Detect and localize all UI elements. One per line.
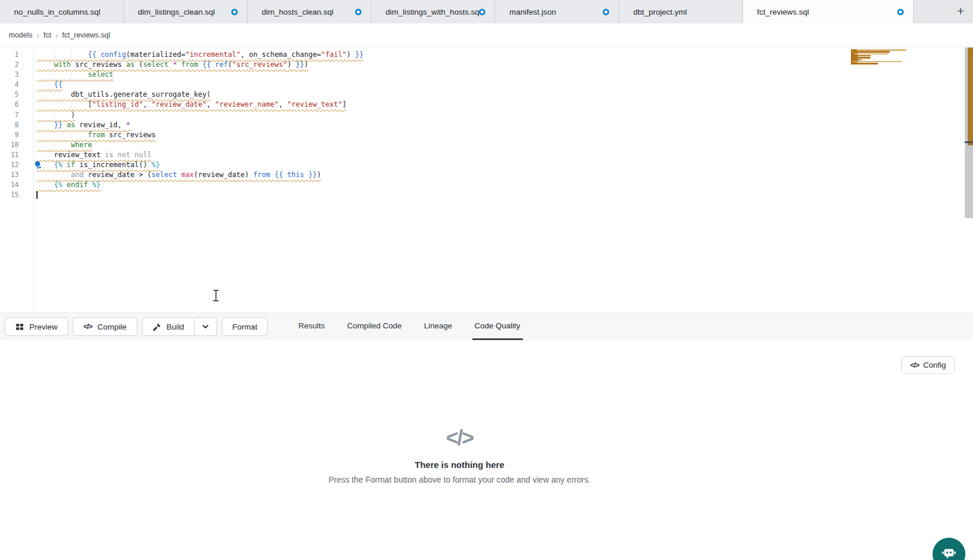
editor-header: models›fct›fct_reviews.sql Save (0, 23, 973, 47)
lightbulb-hint-icon[interactable] (33, 161, 42, 169)
mouse-ibeam-cursor (212, 290, 219, 304)
code-line-5[interactable]: dbt_utils.generate_surrogate_key( (37, 90, 908, 100)
button-label: Compile (97, 323, 127, 331)
compile-button[interactable]: </>Compile (73, 317, 137, 336)
minimap-line (857, 49, 906, 51)
tab-label: no_nulls_in_columns.sql (14, 8, 100, 16)
bottom-toolbar: Preview</>CompileBuildFormat ResultsComp… (0, 313, 973, 340)
line-number: 9 (0, 130, 19, 140)
line-number-gutter: 123456789101112131415 (0, 47, 33, 313)
panel-tab-code-quality[interactable]: Code Quality (472, 313, 523, 340)
code-line-4[interactable]: {{ (37, 80, 908, 90)
line-number: 11 (0, 150, 19, 160)
code-line-15[interactable] (37, 190, 908, 200)
tab-label: dim_listings_clean.sql (138, 8, 215, 16)
code-line-10[interactable]: where (37, 140, 908, 150)
tab-label: manifest.json (509, 8, 556, 16)
code-icon: </> (910, 361, 919, 369)
empty-state: </> There is nothing here Press the Form… (0, 426, 919, 484)
breadcrumb-item[interactable]: models (9, 31, 32, 39)
code-line-13[interactable]: and review_date > (select max(review_dat… (37, 170, 908, 180)
minimap-line (851, 63, 878, 65)
table-icon (15, 323, 24, 331)
code-icon-large: </> (0, 426, 919, 450)
code-line-12[interactable]: {% if is_incremental() %} (37, 160, 908, 170)
code-line-8[interactable]: }} as review_id, * (37, 120, 908, 130)
minimap-line (851, 59, 861, 61)
tab-dim_listings_with_hosts.sql[interactable]: dim_listings_with_hosts.sql (371, 0, 495, 23)
breadcrumb-item[interactable]: fct (43, 31, 51, 39)
scrollbar[interactable] (965, 47, 973, 218)
minimap-line (853, 61, 902, 63)
tab-fct_reviews.sql[interactable]: fct_reviews.sql (743, 0, 914, 23)
panel-tabs: ResultsCompiled CodeLineageCode Quality (296, 313, 522, 340)
empty-state-description: Press the Format button above to format … (0, 475, 919, 484)
robot-icon (940, 544, 958, 560)
minimap-line (851, 55, 871, 57)
code-line-2[interactable]: with src_reviews as (select * from {{ re… (37, 60, 908, 70)
line-number: 10 (0, 140, 19, 150)
line-number: 4 (0, 80, 19, 90)
code-line-9[interactable]: from src_reviews (37, 130, 908, 140)
line-number: 7 (0, 110, 19, 120)
breadcrumb: models›fct›fct_reviews.sql (9, 23, 110, 46)
tab-dbt_project.yml[interactable]: dbt_project.yml (619, 0, 743, 23)
code-line-1[interactable]: {{ config(materialized="incremental", on… (37, 50, 908, 60)
action-buttons: Preview</>CompileBuildFormat (5, 317, 272, 336)
breadcrumb-item[interactable]: fct_reviews.sql (62, 31, 110, 39)
new-tab-button[interactable]: + (953, 4, 968, 19)
code-line-14[interactable]: {% endif %} (37, 180, 908, 190)
minimap[interactable] (851, 49, 907, 67)
tab-manifest.json[interactable]: manifest.json (495, 0, 619, 23)
modified-dot-icon (603, 9, 609, 15)
line-number: 5 (0, 90, 19, 100)
line-number: 15 (0, 190, 19, 200)
line-number: 3 (0, 70, 19, 80)
code-line-6[interactable]: ["listing_id", "review_date", "reviewer_… (37, 100, 908, 110)
panel-tab-lineage[interactable]: Lineage (422, 313, 455, 340)
chevron-right-icon: › (55, 30, 58, 40)
build-button[interactable]: Build (142, 317, 195, 336)
text-caret (36, 191, 38, 199)
line-number: 1 (0, 50, 19, 60)
line-number: 8 (0, 120, 19, 130)
minimap-line (854, 53, 888, 55)
build-dropdown-button[interactable] (195, 317, 217, 336)
config-button[interactable]: </> Config (901, 356, 955, 374)
code-editor[interactable]: 123456789101112131415 {{ config(material… (0, 47, 973, 313)
config-button-label: Config (923, 361, 946, 369)
tab-dim_hosts_clean.sql[interactable]: dim_hosts_clean.sql (248, 0, 371, 23)
minimap-line (853, 57, 870, 59)
tab-label: dim_listings_with_hosts.sql (386, 8, 479, 16)
tab-label: dbt_project.yml (633, 8, 687, 16)
tab-label: dim_hosts_clean.sql (262, 8, 333, 16)
chevron-down-icon (201, 323, 210, 331)
button-label: Build (167, 323, 184, 331)
code-line-11[interactable]: review_text is not null (37, 150, 908, 160)
code-line-3[interactable]: select (37, 70, 908, 80)
panel-tab-results[interactable]: Results (296, 313, 327, 340)
empty-state-title: There is nothing here (0, 460, 919, 470)
format-button[interactable]: Format (222, 317, 268, 336)
scrollbar-cursor-mark (965, 141, 973, 143)
button-label: Format (232, 323, 258, 331)
build-split-button: Build (142, 317, 217, 336)
chevron-right-icon: › (36, 30, 39, 40)
preview-button[interactable]: Preview (5, 317, 68, 336)
tab-bar: no_nulls_in_columns.sqldim_listings_clea… (0, 0, 973, 23)
line-number: 14 (0, 180, 19, 190)
minimap-line (851, 51, 890, 53)
modified-dot-icon (897, 9, 904, 15)
scrollbar-warning-annotations (968, 47, 973, 145)
line-number: 12 (0, 160, 19, 170)
code-area[interactable]: {{ config(materialized="incremental", on… (37, 47, 908, 200)
button-label: Preview (29, 323, 58, 331)
ide-window: no_nulls_in_columns.sqldim_listings_clea… (0, 0, 973, 560)
panel-tab-compiled-code[interactable]: Compiled Code (344, 313, 404, 340)
tab-no_nulls_in_columns.sql[interactable]: no_nulls_in_columns.sql (0, 0, 124, 23)
tab-dim_listings_clean.sql[interactable]: dim_listings_clean.sql (124, 0, 248, 23)
code-line-7[interactable]: ) (37, 110, 908, 120)
tab-label: fct_reviews.sql (757, 8, 809, 16)
line-number: 6 (0, 100, 19, 110)
line-number: 2 (0, 60, 19, 70)
